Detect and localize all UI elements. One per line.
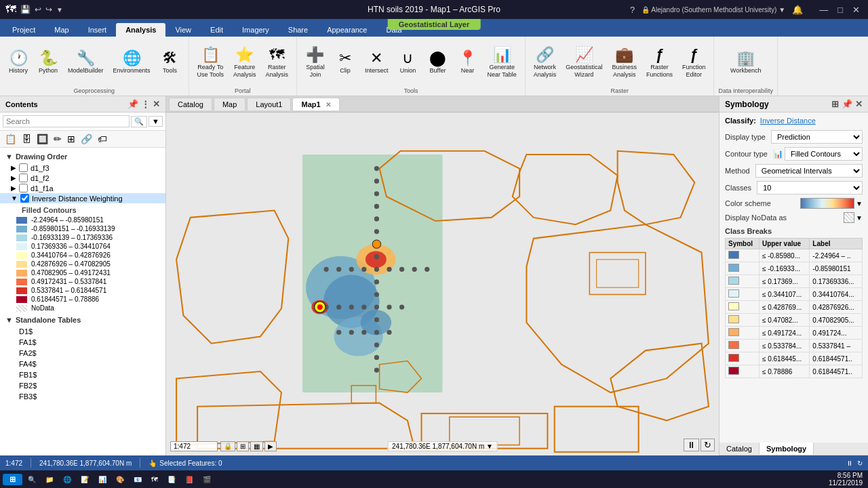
toolbar-db-icon[interactable]: 🗄 [20, 133, 33, 145]
taskbar-acrobat[interactable]: 📕 [181, 474, 197, 485]
ribbon-btn-near[interactable]: 📍 Near [453, 48, 481, 77]
contour-type-select[interactable]: Filled Contours [785, 147, 863, 161]
break-label-0[interactable]: -2.24964 – .. [810, 249, 863, 262]
classes-select[interactable]: 10 [757, 181, 863, 195]
panel-tab-symbology[interactable]: Symbology [760, 443, 814, 455]
ribbon-btn-raster-functions[interactable]: ƒ RasterFunctions [642, 45, 677, 81]
map-refresh-button[interactable]: ↻ [701, 439, 715, 451]
taskbar-arcgis[interactable]: 🗺 [147, 474, 162, 485]
display-type-select[interactable]: Prediction [771, 130, 863, 144]
break-upper-5[interactable]: ≤ 0.47082... [759, 314, 809, 327]
break-upper-3[interactable]: ≤ 0.344107... [759, 288, 809, 301]
tab-catalog[interactable]: Catalog [169, 98, 212, 110]
tab-map1-close[interactable]: ✕ [326, 101, 331, 108]
coords-dropdown[interactable]: ▼ [486, 443, 493, 450]
status-refresh-button[interactable]: ↻ [857, 460, 863, 467]
table-fb2[interactable]: FB2$ [0, 380, 165, 391]
ribbon-btn-workbench[interactable]: 🏢 Workbench [726, 48, 765, 77]
tab-map[interactable]: Map [214, 98, 245, 110]
scale-lock-button[interactable]: 🔒 [220, 441, 235, 451]
ribbon-btn-environments[interactable]: 🌐 Environments [109, 48, 155, 77]
break-upper-2[interactable]: ≤ 0.17369... [759, 275, 809, 288]
scale-input[interactable] [170, 441, 218, 451]
sym-pin-button[interactable]: 📌 [842, 99, 852, 109]
taskbar-paint[interactable]: 🎨 [112, 474, 128, 485]
nodata-dropdown[interactable]: ▼ [856, 214, 863, 222]
drawing-order-expand[interactable]: ▼ [5, 152, 13, 161]
maximize-button[interactable]: □ [835, 5, 846, 15]
table-row[interactable]: ≤ 0.533784... 0.5337841 – [726, 340, 863, 352]
quick-access-customize[interactable]: ▼ [56, 6, 63, 14]
tab-edit[interactable]: Edit [201, 23, 233, 37]
taskbar-word[interactable]: 📝 [77, 474, 93, 485]
tab-map[interactable]: Map [45, 23, 78, 37]
break-label-4[interactable]: 0.42876926... [810, 301, 863, 314]
ribbon-btn-python[interactable]: 🐍 Python [34, 48, 62, 77]
contents-pin-button[interactable]: 📌 [127, 99, 138, 109]
toolbar-link-icon[interactable]: 🔗 [79, 133, 94, 145]
layer-d1-f2[interactable]: ▶ d1_f2 [0, 173, 165, 183]
search-button[interactable]: 🔍 [131, 116, 147, 127]
ribbon-btn-ready-to-use[interactable]: 📋 Ready ToUse Tools [193, 45, 228, 81]
color-scheme-bar[interactable] [800, 198, 854, 209]
ribbon-btn-intersect[interactable]: ✕ Intersect [361, 48, 393, 77]
table-fa4[interactable]: FA4$ [0, 359, 165, 369]
ribbon-btn-clip[interactable]: ✂ Clip [331, 48, 359, 77]
tab-analysis[interactable]: Analysis [116, 23, 165, 37]
layer-idw[interactable]: ▼ Inverse Distance Weighting [0, 193, 165, 203]
quick-access-save[interactable]: 💾 [20, 5, 31, 14]
taskbar-media[interactable]: 🎬 [199, 474, 215, 485]
break-upper-8[interactable]: ≤ 0.618445... [759, 352, 809, 365]
taskbar-ppt[interactable]: 📑 [163, 474, 180, 485]
tab-appearance[interactable]: Appearance [317, 23, 376, 37]
table-row[interactable]: ≤ -0.85980... -2.24964 – .. [726, 249, 863, 262]
scale-grid-button[interactable]: ▦ [250, 441, 263, 451]
quick-access-undo[interactable]: ↩ [35, 5, 41, 14]
scale-fit-button[interactable]: ⊞ [237, 441, 249, 451]
map-canvas[interactable]: 🔒 ⊞ ▦ ▶ 241,780.36E 1,877,604.70N m ▼ ⏸ … [166, 113, 719, 455]
start-button[interactable]: ⊞ [3, 474, 22, 485]
color-scheme-dropdown[interactable]: ▼ [856, 200, 863, 207]
ribbon-btn-raster-analysis[interactable]: 🗺 RasterAnalysis [261, 45, 292, 81]
contents-menu-button[interactable]: ⋮ [141, 99, 150, 109]
panel-tab-catalog[interactable]: Catalog [719, 443, 760, 455]
toolbar-pen-icon[interactable]: ✏ [52, 133, 64, 145]
break-label-1[interactable]: -0.85980151 [810, 262, 863, 275]
tab-map1[interactable]: Map1 ✕ [292, 98, 339, 110]
table-row[interactable]: ≤ 0.491724... 0.491724... [726, 327, 863, 340]
table-row[interactable]: ≤ 0.78886 0.61844571.. [726, 365, 863, 378]
table-fb3[interactable]: FB3$ [0, 391, 165, 402]
ribbon-btn-history[interactable]: 🕐 History [4, 48, 33, 77]
table-fa2[interactable]: FA2$ [0, 348, 165, 359]
toolbar-layer-icon[interactable]: 🔲 [35, 133, 50, 145]
help-icon[interactable]: ? [630, 5, 635, 15]
tab-share[interactable]: Share [279, 23, 317, 37]
ribbon-btn-geostatistical-wizard[interactable]: 📈 GeostatisticalWizard [561, 45, 606, 81]
table-row[interactable]: ≤ -0.16933... -0.85980151 [726, 262, 863, 275]
scale-nav-button[interactable]: ▶ [264, 441, 277, 451]
break-label-3[interactable]: 0.34410764... [810, 288, 863, 301]
break-upper-4[interactable]: ≤ 0.428769... [759, 301, 809, 314]
break-label-5[interactable]: 0.47082905... [810, 314, 863, 327]
map-pause-button[interactable]: ⏸ [684, 439, 699, 451]
table-fb1[interactable]: FB1$ [0, 369, 165, 380]
taskbar-mail[interactable]: 📧 [130, 474, 146, 485]
ribbon-btn-generate-near-table[interactable]: 📊 GenerateNear Table [483, 45, 520, 81]
method-select[interactable]: Geometrical Intervals [755, 164, 863, 178]
notification-icon[interactable]: 🔔 [792, 5, 803, 15]
ribbon-btn-function-editor[interactable]: ƒ FunctionEditor [678, 45, 710, 81]
tab-insert[interactable]: Insert [79, 23, 117, 37]
ribbon-btn-buffer[interactable]: ⬤ Buffer [423, 48, 452, 77]
toolbar-grid-icon[interactable]: ⊞ [65, 133, 77, 145]
toolbar-labels-icon[interactable]: 🏷 [96, 133, 109, 145]
break-upper-6[interactable]: ≤ 0.491724... [759, 327, 809, 340]
break-label-6[interactable]: 0.491724... [810, 327, 863, 340]
ribbon-btn-spatial-join[interactable]: ➕ SpatialJoin [301, 45, 330, 81]
break-label-7[interactable]: 0.5337841 – [810, 340, 863, 352]
close-button[interactable]: ✕ [850, 5, 863, 15]
break-label-9[interactable]: 0.61844571.. [810, 365, 863, 378]
break-upper-7[interactable]: ≤ 0.533784... [759, 340, 809, 352]
table-fa1[interactable]: FA1$ [0, 337, 165, 348]
layer-d1-f2-checkbox[interactable] [19, 174, 28, 182]
break-label-8[interactable]: 0.61844571.. [810, 352, 863, 365]
